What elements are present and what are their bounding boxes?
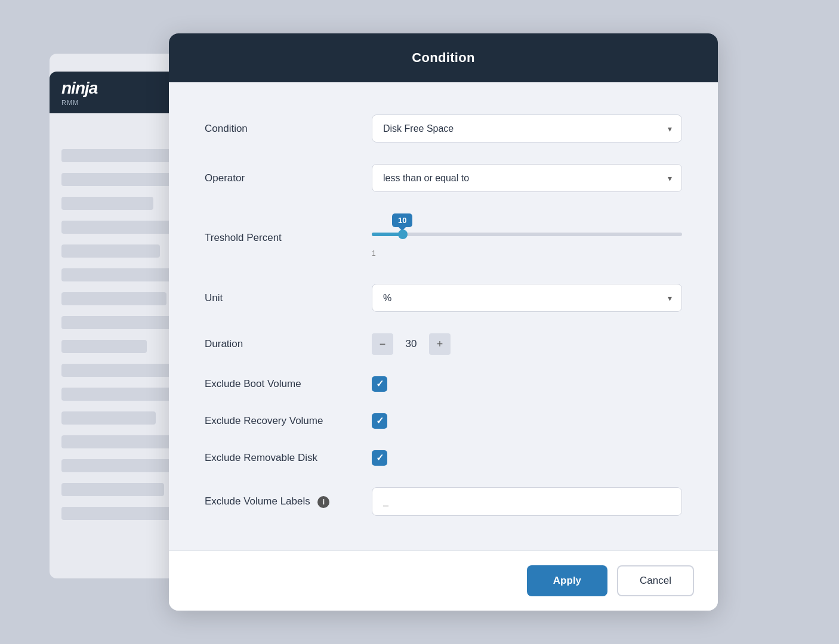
sidebar-line-8: [61, 316, 173, 329]
duration-row: Duration − 30 +: [205, 323, 682, 366]
exclude-removable-row: Exclude Removable Disk ✓: [205, 439, 682, 476]
sidebar-line-9: [61, 340, 147, 353]
sidebar-line-1: [61, 149, 173, 162]
slider-min-label: 1: [372, 249, 682, 258]
sidebar-line-2: [61, 173, 173, 186]
apply-button[interactable]: Apply: [527, 565, 607, 596]
exclude-boot-checkbox-wrapper: ✓: [372, 376, 682, 392]
sidebar-line-15: [61, 483, 164, 496]
threshold-row: Treshold Percent 10 1: [205, 203, 682, 273]
exclude-removable-checkbox[interactable]: ✓: [372, 450, 387, 466]
duration-stepper: − 30 +: [372, 333, 682, 355]
threshold-slider-container: 10 1: [372, 213, 682, 262]
slider-tooltip: 10: [392, 213, 412, 227]
exclude-labels-label: Exclude Volume Labels: [205, 496, 310, 507]
sidebar-line-3: [61, 197, 153, 210]
operator-select[interactable]: less than or equal to greater than or eq…: [372, 165, 681, 191]
exclude-recovery-checkmark: ✓: [376, 416, 384, 426]
modal-header: Condition: [169, 33, 718, 82]
operator-label: Operator: [205, 172, 372, 184]
condition-select[interactable]: Disk Free Space CPU Usage Memory Usage D…: [372, 115, 681, 142]
sidebar-line-5: [61, 244, 160, 258]
unit-row: Unit % GB MB ▾: [205, 273, 682, 323]
info-icon[interactable]: i: [317, 496, 329, 508]
sidebar-line-4: [61, 221, 173, 234]
sidebar-line-11: [61, 388, 173, 401]
exclude-boot-control: ✓: [372, 376, 682, 392]
modal-footer: Apply Cancel: [169, 550, 718, 611]
exclude-recovery-checkbox-wrapper: ✓: [372, 413, 682, 429]
modal-title: Condition: [412, 50, 474, 65]
operator-select-wrapper[interactable]: less than or equal to greater than or eq…: [372, 164, 682, 192]
exclude-recovery-row: Exclude Recovery Volume ✓: [205, 402, 682, 439]
exclude-removable-control: ✓: [372, 450, 682, 466]
duration-increment-button[interactable]: +: [429, 333, 451, 355]
unit-control: % GB MB ▾: [372, 284, 682, 312]
duration-control: − 30 +: [372, 333, 682, 355]
condition-control: Disk Free Space CPU Usage Memory Usage D…: [372, 114, 682, 143]
exclude-labels-label-wrapper: Exclude Volume Labels i: [205, 496, 372, 508]
exclude-recovery-control: ✓: [372, 413, 682, 429]
operator-control: less than or equal to greater than or eq…: [372, 164, 682, 192]
threshold-label: Treshold Percent: [205, 232, 372, 244]
sidebar-line-14: [61, 459, 173, 472]
sidebar-line-6: [61, 268, 173, 281]
exclude-boot-checkbox[interactable]: ✓: [372, 376, 387, 392]
exclude-labels-control: [372, 487, 682, 516]
cancel-button[interactable]: Cancel: [617, 565, 694, 596]
exclude-recovery-checkbox[interactable]: ✓: [372, 413, 387, 429]
duration-value: 30: [393, 338, 429, 350]
exclude-boot-label: Exclude Boot Volume: [205, 378, 372, 390]
condition-select-wrapper[interactable]: Disk Free Space CPU Usage Memory Usage D…: [372, 114, 682, 143]
exclude-boot-row: Exclude Boot Volume ✓: [205, 366, 682, 402]
sidebar-line-13: [61, 435, 173, 448]
sidebar-line-10: [61, 364, 173, 377]
unit-label: Unit: [205, 292, 372, 304]
condition-label: Condition: [205, 123, 372, 135]
exclude-labels-row: Exclude Volume Labels i: [205, 476, 682, 527]
exclude-removable-checkmark: ✓: [376, 453, 384, 463]
exclude-boot-checkmark: ✓: [376, 379, 384, 389]
exclude-removable-checkbox-wrapper: ✓: [372, 450, 682, 466]
condition-row: Condition Disk Free Space CPU Usage Memo…: [205, 104, 682, 153]
modal-body: Condition Disk Free Space CPU Usage Memo…: [169, 82, 718, 550]
threshold-control: 10 1: [372, 213, 682, 262]
sidebar-line-7: [61, 292, 166, 305]
sidebar-line-12: [61, 411, 156, 425]
operator-row: Operator less than or equal to greater t…: [205, 153, 682, 203]
app-subtitle: RMM: [61, 99, 97, 106]
unit-select[interactable]: % GB MB: [372, 284, 681, 311]
condition-modal: Condition Condition Disk Free Space CPU …: [169, 33, 718, 611]
duration-label: Duration: [205, 338, 372, 350]
unit-select-wrapper[interactable]: % GB MB ▾: [372, 284, 682, 312]
app-logo: ninja: [61, 79, 97, 98]
exclude-labels-input[interactable]: [372, 487, 682, 516]
exclude-recovery-label: Exclude Recovery Volume: [205, 415, 372, 427]
exclude-removable-label: Exclude Removable Disk: [205, 452, 372, 464]
sidebar-line-16: [61, 507, 173, 520]
duration-decrement-button[interactable]: −: [372, 333, 393, 355]
